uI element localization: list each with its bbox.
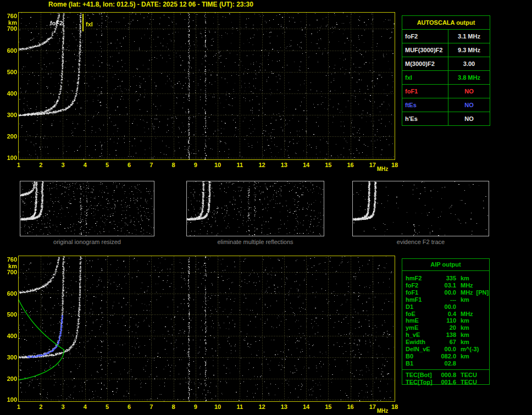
page-title: Rome (lat: +41.8, lon: 012.5) - DATE: 20… [48,1,253,8]
aip-param-name: ymE [406,324,435,331]
aip-output-title: AIP output [402,259,489,271]
aip-param-unit: km [461,339,469,346]
foF2-label: foF2 [50,20,63,26]
aip-row-fof2: foF203.1MHz [402,282,489,289]
x-tick-label: 15 [322,162,334,168]
thumbnail-evidence-canvas [353,181,489,236]
ionogram-top-canvas [19,13,395,159]
aip-row-tecbot: TEC[Bot]000.8TECU [402,372,489,379]
autoscala-param-value: NO [448,85,490,98]
autoscala-row-fof1: foF1NO [402,85,490,98]
ionogram-bottom-plot [18,256,395,402]
autoscala-output-title: AUTOSCALA output [402,16,490,30]
autoscala-param-value: 3.8 MHz [448,71,490,85]
fxI-marker-line [82,14,84,31]
x-tick-label: 3 [57,162,69,168]
y-tick-label: 400 [1,333,17,339]
autoscala-param-label: M(3000)F2 [402,57,448,71]
y-axis-unit: km [1,19,17,26]
x-tick-label: 11 [234,162,246,168]
aip-param-unit: km [461,331,469,339]
x-tick-label: 9 [190,162,202,168]
y-tick-label: 300 [1,112,17,118]
autoscala-screen: Rome (lat: +41.8, lon: 012.5) - DATE: 20… [0,0,532,415]
aip-param-value: 335 [435,275,456,282]
aip-param-value: 02.8 [435,360,456,367]
x-tick-label: 9 [190,403,202,410]
autoscala-row-fxi: fxI3.8 MHz [402,71,490,85]
y-axis-unit: km [1,263,17,269]
x-tick-label: 10 [212,403,224,410]
x-tick-label: 16 [345,162,357,168]
aip-param-name: foF2 [406,282,435,289]
aip-param-unit: m^(-3) [461,346,479,353]
aip-param-value: --- [435,296,456,303]
y-tick-label: 300 [1,354,17,361]
autoscala-param-value: 3.00 [448,57,490,71]
y-tick-label: 700 [1,269,17,275]
aip-row-hmf1: hmF1---km [402,296,489,303]
y-tick-label: 600 [1,290,17,297]
aip-divider [402,369,489,370]
autoscala-title-row: AUTOSCALA output [402,16,490,30]
aip-row-b1: B102.8 [402,360,489,367]
aip-row-ewidth: Ewidth67km [402,339,489,346]
aip-row-delnve: DelN_vE00.0m^(-3) [402,346,489,353]
autoscala-param-value: NO [448,98,490,112]
thumbnail-original-canvas [20,181,154,236]
y-tick-label: 100 [1,154,17,161]
aip-param-unit: km [461,324,469,331]
aip-row-hve: h_vE138km [402,331,489,339]
aip-param-name: D1 [406,303,435,311]
x-tick-label: 11 [234,403,246,410]
autoscala-param-label: h'Es [402,112,448,126]
y-tick-label: 760 [1,13,17,19]
x-tick-label: 3 [57,403,69,410]
x-tick-label: 4 [79,403,91,410]
thumbnail-original-ionogram [20,181,154,236]
y-tick-label: 200 [1,133,17,140]
aip-param-value: 20 [435,324,456,331]
autoscala-param-label: foF2 [402,30,448,43]
aip-param-extra: [PN] [476,289,489,296]
y-tick-label: 500 [1,69,17,75]
aip-param-value: 082.0 [435,353,456,360]
aip-param-unit: TECU [461,372,477,379]
aip-rows: hmF2335kmfoF203.1MHzfoF100.0MHz[PN]hmF1-… [402,275,489,367]
autoscala-row-muf3000f2: MUF(3000)F29.3 MHz [402,43,490,57]
x-tick-label: 2 [35,162,47,168]
aip-row-fof1: foF100.0MHz[PN] [402,289,489,296]
aip-param-name: foE [406,311,435,318]
aip-param-value: 00.0 [435,289,456,296]
x-tick-label: 5 [101,162,113,168]
aip-param-value: 000.8 [435,372,456,379]
aip-row-yme: ymE20km [402,324,489,331]
aip-row-b0: B0082.0km [402,353,489,360]
aip-row-d1: D100.0 [402,303,489,311]
aip-output-panel: AIP output hmF2335kmfoF203.1MHzfoF100.0M… [402,258,490,385]
aip-row-foe: foE0.4MHz [402,311,489,318]
x-tick-label: 10 [212,162,224,168]
aip-param-name: foF1 [406,289,435,296]
autoscala-row-hes: h'EsNO [402,112,490,126]
x-axis-unit: MHz [377,166,389,173]
thumbnail-evidence-f2 [352,181,489,236]
thumbnail-eliminate-reflections [186,181,324,236]
aip-param-unit: MHz [461,311,473,318]
aip-row-hmf2: hmF2335km [402,275,489,282]
aip-row-hme: hmE110km [402,317,489,324]
aip-param-name: B0 [406,353,435,360]
y-tick-label: 400 [1,90,17,97]
aip-param-name: DelN_vE [406,346,435,353]
x-tick-label: 5 [101,403,113,410]
aip-param-value: 67 [435,339,456,346]
autoscala-output-table: AUTOSCALA output foF23.1 MHzMUF(3000)F29… [402,15,490,126]
x-tick-label: 1 [13,403,25,410]
aip-param-value: 03.1 [435,282,456,289]
x-tick-label: 2 [35,403,47,410]
aip-param-name: hmF2 [406,275,435,282]
x-tick-label: 8 [168,403,180,410]
x-tick-label: 1 [13,162,25,168]
autoscala-param-label: fxI [402,71,448,85]
y-tick-label: 760 [1,256,17,263]
